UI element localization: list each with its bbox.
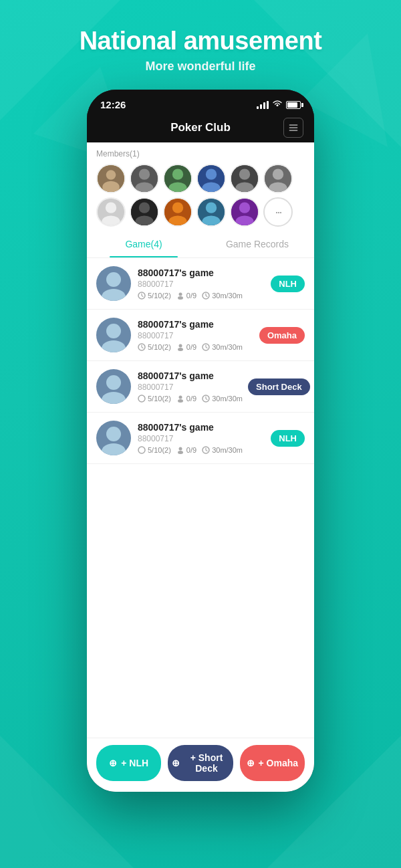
menu-icon <box>288 122 299 133</box>
svg-point-50 <box>106 324 121 338</box>
game-level: 5/10(2) <box>138 395 171 403</box>
game-id: 88000717 <box>138 280 265 289</box>
svg-point-59 <box>138 395 145 402</box>
game-badge-shortdeck: Short Deck <box>248 378 310 395</box>
svg-point-11 <box>102 181 119 193</box>
game-meta: 5/10(2) 0/9 30m/30m <box>138 446 265 454</box>
page-headline: National amusement <box>80 27 322 56</box>
game-item[interactable]: 88000717's game 88000717 5/10(2) 0/9 <box>87 258 314 310</box>
bottom-bar: ⊕ + NLH ⊕ + Short Deck ⊕ + Omaha <box>87 738 314 792</box>
game-badge-nlh-2: NLH <box>271 430 305 447</box>
svg-point-67 <box>178 447 182 451</box>
tab-game[interactable]: Game(4) <box>87 231 200 257</box>
game-info: 88000717's game 88000717 5/10(2) 0/9 <box>138 319 254 351</box>
member-avatar[interactable] <box>96 197 126 227</box>
svg-point-47 <box>178 296 183 300</box>
members-grid: ··· <box>96 164 305 227</box>
game-id: 88000717 <box>138 434 265 443</box>
member-avatar[interactable] <box>230 164 259 193</box>
member-avatar[interactable] <box>196 164 226 193</box>
game-players: 0/9 <box>176 395 196 403</box>
svg-rect-6 <box>289 124 298 126</box>
member-avatar[interactable] <box>163 197 192 227</box>
game-meta: 5/10(2) 0/9 30m/30m <box>138 343 254 351</box>
game-list: 88000717's game 88000717 5/10(2) 0/9 <box>87 258 314 738</box>
svg-point-19 <box>206 169 217 179</box>
game-time: 30m/30m <box>202 395 243 403</box>
member-avatar[interactable] <box>263 164 293 193</box>
add-omaha-label: + Omaha <box>259 758 299 768</box>
member-avatar[interactable] <box>163 164 192 193</box>
add-shortdeck-label: + Short Deck <box>184 752 229 774</box>
game-players: 0/9 <box>176 446 196 454</box>
svg-point-37 <box>206 202 217 213</box>
game-info: 88000717's game 88000717 5/10(2) 0/9 <box>138 267 265 300</box>
member-avatar[interactable] <box>96 164 126 193</box>
svg-point-60 <box>178 396 182 399</box>
game-name: 88000717's game <box>138 370 243 381</box>
game-meta: 5/10(2) 0/9 30m/30m <box>138 292 265 300</box>
svg-point-53 <box>178 344 182 348</box>
game-info: 88000717's game 88000717 5/10(2) 0/9 <box>138 422 265 454</box>
game-players: 0/9 <box>176 292 196 300</box>
game-meta: 5/10(2) 0/9 30m/30m <box>138 395 243 403</box>
game-level: 5/10(2) <box>138 446 171 454</box>
svg-point-16 <box>172 169 183 179</box>
svg-point-68 <box>178 451 183 454</box>
svg-point-43 <box>106 272 121 287</box>
game-id: 88000717 <box>138 383 243 392</box>
add-shortdeck-icon: ⊕ <box>172 758 180 768</box>
svg-point-31 <box>139 202 150 213</box>
wifi-icon <box>273 100 282 110</box>
page-subheadline: More wonderful life <box>80 60 322 74</box>
signal-icon <box>257 101 269 109</box>
game-avatar <box>96 369 131 404</box>
game-badge-omaha: Omaha <box>259 327 305 344</box>
status-bar: 12:26 <box>87 90 314 116</box>
add-nlh-icon: ⊕ <box>109 758 117 768</box>
menu-button[interactable] <box>283 118 303 138</box>
add-nlh-button[interactable]: ⊕ + NLH <box>96 745 161 781</box>
add-shortdeck-button[interactable]: ⊕ + Short Deck <box>168 745 233 781</box>
svg-point-64 <box>106 427 121 441</box>
svg-point-34 <box>172 202 183 213</box>
member-avatar[interactable] <box>230 197 259 227</box>
game-item[interactable]: 88000717's game 88000717 5/10(2) 0/9 <box>87 361 314 413</box>
member-avatar[interactable] <box>130 197 159 227</box>
add-omaha-icon: ⊕ <box>247 758 255 768</box>
status-time: 12:26 <box>100 99 126 110</box>
game-time: 30m/30m <box>202 343 243 351</box>
game-item[interactable]: 88000717's game 88000717 5/10(2) 0/9 <box>87 310 314 361</box>
game-name: 88000717's game <box>138 267 265 278</box>
svg-point-57 <box>106 375 121 390</box>
game-badge-nlh: NLH <box>271 276 305 292</box>
game-name: 88000717's game <box>138 319 254 330</box>
svg-point-46 <box>178 293 182 296</box>
svg-point-40 <box>239 202 250 213</box>
svg-point-61 <box>178 399 183 403</box>
game-avatar <box>96 421 131 455</box>
game-item[interactable]: 88000717's game 88000717 5/10(2) 0/9 <box>87 413 314 464</box>
phone-mockup: 12:26 <box>87 90 314 792</box>
svg-point-22 <box>239 169 250 179</box>
game-avatar <box>96 318 131 352</box>
app-title: Poker Club <box>170 121 231 134</box>
svg-rect-8 <box>289 130 298 131</box>
add-nlh-label: + NLH <box>121 758 148 768</box>
svg-point-66 <box>138 447 145 453</box>
status-icons <box>257 100 301 110</box>
members-label: Members(1) <box>96 149 305 158</box>
game-info: 88000717's game 88000717 5/10(2) 0/9 <box>138 370 243 403</box>
svg-point-25 <box>273 169 283 179</box>
member-avatar[interactable] <box>130 164 159 193</box>
game-players: 0/9 <box>176 343 196 351</box>
member-avatar[interactable] <box>196 197 226 227</box>
svg-point-28 <box>106 202 116 213</box>
app-header: Poker Club <box>87 116 314 142</box>
more-members-button[interactable]: ··· <box>263 197 293 227</box>
tab-game-records[interactable]: Game Records <box>200 231 314 257</box>
game-id: 88000717 <box>138 331 254 340</box>
game-time: 30m/30m <box>202 446 243 454</box>
add-omaha-button[interactable]: ⊕ + Omaha <box>240 745 305 781</box>
svg-rect-7 <box>289 127 298 128</box>
